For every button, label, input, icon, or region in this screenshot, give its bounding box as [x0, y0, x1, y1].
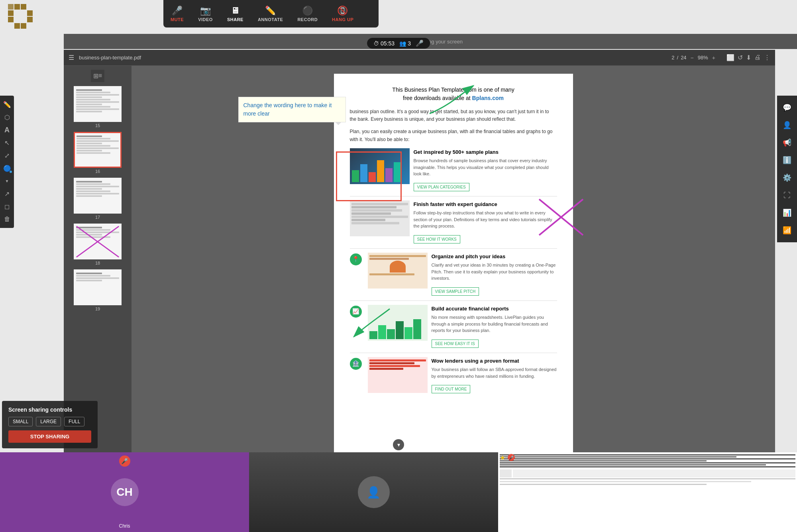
divider-1: [350, 196, 557, 196]
share-icon: 🖥: [231, 6, 240, 16]
thumbnail-19[interactable]: 19: [74, 269, 122, 311]
feature-desc-3: Clarify and vet your ideas in 30 minutes…: [432, 262, 557, 282]
thumb-img-18: [74, 224, 122, 259]
video-tile-chris: 🎤 CH Chris: [0, 452, 249, 532]
page-title-link[interactable]: Bplans.com: [472, 95, 504, 101]
network-button[interactable]: 📶: [780, 223, 794, 238]
clock-icon: ⏱: [373, 40, 379, 47]
feature-row-4: 📈 Build accurate financial reports: [350, 305, 557, 348]
pdf-more-icon[interactable]: ⋮: [764, 54, 770, 61]
participants-count: 👥 3: [399, 40, 411, 47]
record-button[interactable]: ⚫ RECORD: [290, 3, 325, 24]
info-button[interactable]: ℹ️: [780, 153, 794, 167]
feature-text-3: Organize and pitch your ideas Clarify an…: [432, 253, 557, 296]
top-toolbar: 🎤 MUTE 📷 VIDEO 🖥 SHARE ✏️ ANNOTATE ⚫ REC…: [163, 0, 379, 27]
chevron-down-button[interactable]: ▾: [393, 439, 404, 450]
mute-icon: 🎤: [172, 6, 183, 16]
chris-name: Chris: [119, 523, 130, 529]
page-body-text1: business plan outline. It's a good way t…: [350, 108, 557, 123]
view-pitch-button[interactable]: VIEW SAMPLE PITCH: [432, 287, 479, 296]
pdf-print-icon[interactable]: 🖨: [754, 54, 761, 61]
color-tool-button[interactable]: 🔵: [2, 163, 13, 174]
chat-button[interactable]: 💬: [780, 100, 794, 115]
feature-row-1: Get inspired by 500+ sample plans Browse…: [350, 148, 557, 191]
thumb-list-icon[interactable]: ≡: [98, 72, 102, 80]
feature-text-2: Finish faster with expert guidance Follo…: [414, 200, 557, 243]
pdf-zoom-out-button[interactable]: −: [689, 54, 695, 62]
feature-desc-1: Browse hundreds of sample business plans…: [414, 157, 557, 177]
thumbnail-16[interactable]: 16: [74, 132, 122, 174]
thumb-panel-icons: ⊞ ≡: [91, 70, 104, 82]
screen-sharing-title: Screen sharing controls: [8, 406, 91, 413]
expand-colors-button[interactable]: ▼: [2, 175, 13, 186]
thumb-img-15: [74, 86, 122, 122]
view-plans-button[interactable]: VIEW PLAN CATEGORIES: [414, 183, 469, 191]
feature-text-1: Get inspired by 500+ sample plans Browse…: [414, 148, 557, 191]
thumbnail-15[interactable]: 15: [74, 86, 122, 128]
thumb-label-18: 18: [95, 261, 100, 265]
feature-img-3: [368, 253, 428, 289]
preview-mute-icon: 🎤: [508, 454, 515, 461]
page-title-area: This Business Plan Template from is one …: [350, 86, 557, 102]
analytics-button[interactable]: 📊: [780, 206, 794, 220]
feature-title-5: Wow lenders using a proven format: [432, 357, 557, 365]
page-title-line1: This Business Plan Template from is one …: [392, 86, 514, 93]
cursor-tool-button[interactable]: ↖: [2, 137, 13, 148]
left-toolbar: ✏️ ⬡ A ↖ ⤢ 🔵 ▼ ↗ ◻ 🗑: [0, 96, 14, 228]
stop-sharing-button[interactable]: STOP SHARING: [8, 430, 91, 443]
feature-title-4: Build accurate financial reports: [432, 305, 557, 313]
arrow-tool-button[interactable]: ↗: [2, 188, 13, 199]
pdf-filename: business-plan-template.pdf: [79, 55, 141, 61]
size-large-button[interactable]: LARGE: [36, 417, 61, 426]
size-small-button[interactable]: SMALL: [8, 417, 33, 426]
feature-icon-5: 🏦: [350, 358, 362, 370]
video-button[interactable]: 📷 VIDEO: [191, 3, 220, 24]
participants-button[interactable]: 👤: [780, 118, 794, 132]
fullscreen-button[interactable]: ⛶: [780, 188, 794, 202]
see-how-works-button[interactable]: SEE HOW IT WORKS: [414, 235, 460, 243]
divider-2: [350, 248, 557, 249]
find-out-more-button[interactable]: FIND OUT MORE: [432, 385, 471, 393]
thumbnail-18[interactable]: 18: [74, 224, 122, 265]
share-label: SHARE: [227, 17, 243, 22]
status-bar: ⏱ 05:53 👥 3 🎤: [367, 38, 430, 49]
thumb-view-icon[interactable]: ⊞: [93, 72, 98, 80]
pdf-zoom-in-button[interactable]: +: [711, 54, 717, 62]
pdf-download-icon[interactable]: ⬇: [746, 54, 751, 61]
feature-img-1: [350, 148, 410, 184]
pdf-navigation: 2 / 24 − 98% +: [671, 54, 717, 62]
clear-tool-button[interactable]: 🗑: [2, 214, 13, 225]
zoom-tool-button[interactable]: ⤢: [2, 150, 13, 161]
thumb-label-17: 17: [95, 215, 100, 220]
share-button[interactable]: 🖥 SHARE: [220, 3, 251, 24]
feature-row-5: 🏦 Wow lenders using a proven format Your…: [350, 357, 557, 394]
feature-title-1: Get inspired by 500+ sample plans: [414, 148, 557, 156]
feature-icon-3: 📍: [350, 253, 362, 265]
eraser-tool-button[interactable]: ◻: [2, 201, 13, 212]
mute-button[interactable]: 🎤 MUTE: [163, 3, 191, 24]
mute-label: MUTE: [171, 17, 184, 22]
feature-text-4: Build accurate financial reports No more…: [432, 305, 557, 348]
size-full-button[interactable]: FULL: [64, 417, 84, 426]
thumb-img-17: [74, 178, 122, 214]
broadcast-button[interactable]: 📢: [780, 135, 794, 150]
hangup-button[interactable]: 📵 HANG UP: [325, 3, 361, 24]
feature-title-3: Organize and pitch your ideas: [432, 253, 557, 261]
pen-tool-button[interactable]: ✏️: [2, 99, 13, 110]
thumb-label-15: 15: [95, 123, 100, 128]
annotate-button[interactable]: ✏️ ANNOTATE: [251, 3, 290, 24]
shapes-tool-button[interactable]: ⬡: [2, 112, 13, 123]
pdf-rotate-icon[interactable]: ↺: [738, 54, 743, 61]
record-label: RECORD: [297, 17, 318, 22]
settings-button[interactable]: ⚙️: [780, 171, 794, 185]
pdf-menu-icon[interactable]: ☰: [69, 54, 74, 61]
star-badge: ★: [500, 454, 505, 461]
pdf-header: ☰ business-plan-template.pdf 2 / 24 − 98…: [64, 50, 775, 66]
thumbnail-17[interactable]: 17: [74, 178, 122, 220]
text-tool-button[interactable]: A: [2, 124, 13, 135]
chris-mute-icon: 🎤: [119, 455, 130, 467]
pdf-fit-page-icon[interactable]: ⬜: [726, 54, 734, 61]
divider-3: [350, 300, 557, 301]
see-easy-button[interactable]: SEE HOW EASY IT IS: [432, 340, 479, 348]
feature-img-4: [368, 305, 428, 341]
